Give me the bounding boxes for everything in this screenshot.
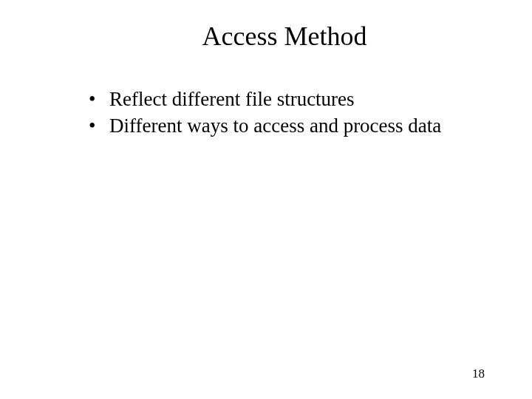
page-number: 18 <box>472 366 485 381</box>
bullet-list: Reflect different file structures Differ… <box>74 87 458 139</box>
list-item: Reflect different file structures <box>89 87 458 112</box>
slide-container: Access Method Reflect different file str… <box>0 0 532 399</box>
slide-title: Access Method <box>111 21 458 52</box>
list-item: Different ways to access and process dat… <box>89 114 458 139</box>
